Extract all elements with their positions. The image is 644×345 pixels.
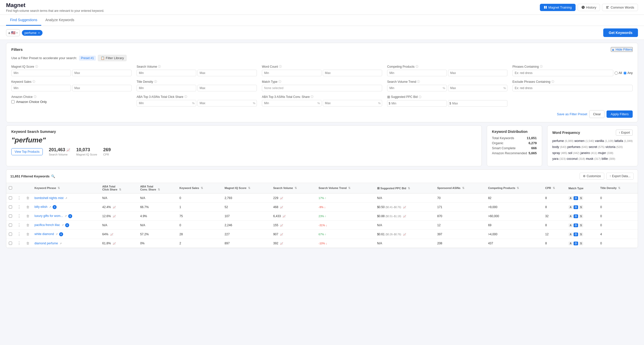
external-link-icon[interactable]: ↗ bbox=[65, 197, 67, 200]
info-icon[interactable]: ⓘ bbox=[184, 95, 187, 99]
select-all-checkbox[interactable] bbox=[9, 186, 12, 189]
hide-filters-button[interactable]: ▲ Hide Filters bbox=[611, 47, 633, 52]
keyword-link[interactable]: luxury gifts for wom... bbox=[34, 214, 63, 218]
keyword-link[interactable]: pacifica french lilac bbox=[34, 223, 60, 227]
row-checkbox[interactable] bbox=[9, 242, 12, 245]
th-select-all[interactable] bbox=[6, 183, 15, 194]
external-link-icon[interactable]: ↗ bbox=[49, 206, 51, 208]
aba-click-max[interactable] bbox=[197, 100, 257, 106]
locale-select[interactable]: a 🇺🇸 ▾ bbox=[6, 29, 20, 36]
info-icon[interactable]: ⓘ bbox=[154, 80, 157, 84]
customize-button[interactable]: ⚙ Customize bbox=[580, 173, 604, 180]
magnet-iq-max[interactable] bbox=[72, 70, 132, 76]
keyword-link[interactable]: bombshell nights mist bbox=[34, 196, 63, 200]
trash-icon[interactable]: 🗑 bbox=[26, 241, 29, 245]
trash-icon[interactable]: 🗑 bbox=[26, 214, 29, 218]
word-count-min[interactable] bbox=[262, 70, 321, 76]
sv-trend-min[interactable] bbox=[387, 85, 447, 91]
aba-conv-max[interactable] bbox=[323, 100, 382, 106]
title-density-min[interactable] bbox=[137, 85, 196, 91]
aba-click-min[interactable] bbox=[137, 100, 196, 106]
th-sponsored-asins[interactable]: Sponsored ASINs ⇅ bbox=[435, 183, 486, 194]
th-keyword-phrase[interactable]: Keyword Phrase ⇅ bbox=[32, 183, 100, 194]
th-competing-products[interactable]: Competing Products ⇅ bbox=[486, 183, 543, 194]
th-search-volume[interactable]: Search Volume ⇅ bbox=[271, 183, 316, 194]
phrases-containing-input[interactable] bbox=[512, 70, 613, 76]
search-volume-min[interactable] bbox=[137, 70, 196, 76]
word-freq-export-button[interactable]: ↑ Export bbox=[616, 130, 633, 136]
row-checkbox[interactable] bbox=[9, 233, 12, 236]
row-menu-icon[interactable]: ⋮ bbox=[17, 214, 21, 218]
tab-find-suggestions[interactable]: Find Suggestions bbox=[6, 15, 41, 26]
info-icon[interactable]: ⓘ bbox=[416, 65, 418, 68]
preset-badge[interactable]: Preset #1 bbox=[79, 56, 96, 61]
keyword-tag-close[interactable]: × bbox=[38, 31, 40, 35]
row-menu-icon[interactable]: ⋮ bbox=[17, 223, 21, 227]
info-icon[interactable]: ⓘ bbox=[540, 65, 543, 68]
info-icon[interactable]: ⓘ bbox=[551, 80, 554, 84]
keyword-link[interactable]: white diamond bbox=[34, 232, 54, 236]
filter-library-button[interactable]: 📋 Filter Library bbox=[98, 55, 127, 61]
keyword-link[interactable]: diamond perfume bbox=[34, 242, 58, 245]
history-button[interactable]: History bbox=[578, 4, 600, 11]
row-menu-icon[interactable]: ⋮ bbox=[17, 232, 21, 236]
info-icon[interactable]: ⓘ bbox=[311, 95, 313, 99]
row-checkbox[interactable] bbox=[9, 214, 12, 218]
ppc-bid-min[interactable] bbox=[387, 100, 447, 107]
trash-icon[interactable]: 🗑 bbox=[26, 196, 29, 200]
th-aba-click[interactable]: ABA TotalClick Share ⇅ bbox=[100, 183, 138, 194]
info-icon[interactable]: ⓘ bbox=[158, 65, 161, 68]
search-icon[interactable]: 🔍 bbox=[51, 174, 55, 178]
external-link-icon[interactable]: ↗ bbox=[62, 224, 64, 226]
info-icon[interactable]: ⓘ bbox=[417, 80, 420, 84]
th-keyword-sales[interactable]: Keyword Sales ⇅ bbox=[177, 183, 222, 194]
common-words-button[interactable]: Common Words bbox=[602, 4, 638, 11]
keyword-link[interactable]: billy eilish bbox=[34, 205, 47, 209]
row-menu-icon[interactable]: ⋮ bbox=[17, 241, 21, 245]
info-icon[interactable]: ⓘ bbox=[279, 65, 282, 68]
th-magnet-iq[interactable]: Magnet IQ Score ⇅ bbox=[222, 183, 271, 194]
sv-trend-max[interactable] bbox=[448, 85, 508, 91]
external-link-icon[interactable]: ↗ bbox=[56, 233, 58, 236]
apply-filters-button[interactable]: Apply Filters bbox=[607, 110, 633, 118]
external-link-icon[interactable]: ↗ bbox=[65, 215, 67, 217]
info-icon[interactable]: ⓘ bbox=[278, 80, 281, 84]
competing-max[interactable] bbox=[448, 70, 508, 76]
radio-all-label[interactable]: All bbox=[615, 71, 622, 75]
radio-all[interactable] bbox=[615, 71, 618, 75]
radio-any-label[interactable]: Any bbox=[623, 71, 633, 75]
match-type-select[interactable]: None selected Organic Sponsored bbox=[262, 85, 382, 91]
row-checkbox[interactable] bbox=[9, 196, 12, 200]
th-title-density[interactable]: Title Density ⇅ bbox=[598, 183, 638, 194]
exclude-phrases-input[interactable] bbox=[512, 85, 633, 91]
row-checkbox[interactable] bbox=[9, 205, 12, 209]
magnet-iq-min[interactable] bbox=[11, 70, 71, 76]
aba-conv-min[interactable] bbox=[262, 100, 321, 106]
get-keywords-button[interactable]: Get Keywords bbox=[603, 28, 638, 37]
tab-analyze-keywords[interactable]: Analyze Keywords bbox=[41, 15, 78, 26]
search-volume-max[interactable] bbox=[197, 70, 257, 76]
th-aba-conv[interactable]: ABA TotalConv. Share ⇅ bbox=[138, 183, 177, 194]
row-checkbox[interactable] bbox=[9, 223, 12, 227]
clear-filters-button[interactable]: Clear bbox=[589, 110, 605, 118]
trash-icon[interactable]: 🗑 bbox=[26, 232, 29, 236]
radio-any[interactable] bbox=[623, 71, 627, 75]
competing-min[interactable] bbox=[387, 70, 447, 76]
export-data-button[interactable]: ↑ Export Data... bbox=[606, 173, 634, 180]
row-menu-icon[interactable]: ⋮ bbox=[17, 196, 21, 200]
trash-icon[interactable]: 🗑 bbox=[26, 205, 29, 209]
ppc-bid-max[interactable] bbox=[448, 100, 508, 107]
th-cpr[interactable]: CPR ⇅ bbox=[543, 183, 566, 194]
magnet-training-button[interactable]: Magnet Training bbox=[540, 4, 576, 11]
amazon-choice-checkbox[interactable] bbox=[11, 100, 15, 103]
external-link-icon[interactable]: ↗ bbox=[60, 242, 62, 245]
title-density-max[interactable] bbox=[197, 85, 257, 91]
info-icon[interactable]: ⓘ bbox=[35, 65, 38, 68]
save-filter-preset-button[interactable]: Save as Filter Preset bbox=[557, 112, 587, 116]
info-icon[interactable]: ⓘ bbox=[419, 95, 421, 99]
word-count-max[interactable] bbox=[323, 70, 382, 76]
th-ppc-bid[interactable]: ⊞ Suggested PPC Bid ⇅ bbox=[375, 183, 435, 194]
th-trend[interactable]: Search Volume Trend ⇅ bbox=[316, 183, 375, 194]
trash-icon[interactable]: 🗑 bbox=[26, 223, 29, 227]
info-icon[interactable]: ⓘ bbox=[32, 80, 35, 84]
